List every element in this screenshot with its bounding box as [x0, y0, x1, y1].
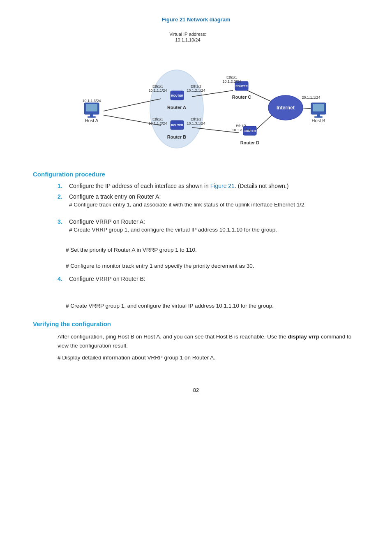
page-number: 82	[33, 387, 359, 393]
svg-text:20.1.1.1/24: 20.1.1.1/24	[302, 95, 320, 100]
svg-text:Virtual IP address:: Virtual IP address:	[169, 32, 206, 37]
svg-rect-30	[313, 104, 324, 111]
step-2: 2. Configure a track entry on Router A: …	[58, 193, 359, 208]
svg-rect-31	[317, 114, 320, 116]
svg-text:ROUTER: ROUTER	[171, 124, 183, 127]
verify-heading: Verifying the configuration	[33, 320, 359, 327]
step-2-num: 2.	[58, 193, 65, 200]
step-2-content: Configure a track entry on Router A: # C…	[69, 193, 359, 208]
svg-text:10.1.1.1/24: 10.1.1.1/24	[148, 88, 167, 93]
step-3-content: Configure VRRP on Router A: # Create VRR…	[69, 218, 359, 233]
config-procedure-heading: Configuration procedure	[33, 171, 359, 178]
svg-text:10.1.2.2/24: 10.1.2.2/24	[222, 79, 241, 83]
network-diagram: Virtual IP address: 10.1.1.10/24 ROUTER …	[56, 27, 336, 158]
step-2-main: Configure a track entry on Router A:	[69, 193, 161, 200]
svg-rect-26	[90, 114, 93, 116]
verify-section: Verifying the configuration After config…	[33, 320, 359, 362]
figure21-link[interactable]: Figure 21	[210, 183, 235, 189]
verify-para: After configuration, ping Host B on Host…	[58, 332, 359, 350]
verify-sub: # Display detailed information about VRR…	[58, 353, 359, 362]
step-3-sub: # Create VRRP group 1, and configure the…	[69, 227, 359, 233]
svg-text:10.1.1.3/24: 10.1.1.3/24	[82, 99, 101, 103]
svg-text:Eth1/2: Eth1/2	[191, 117, 201, 121]
svg-rect-32	[314, 116, 323, 118]
svg-text:Eth1/1: Eth1/1	[152, 84, 163, 88]
svg-text:Router B: Router B	[167, 134, 187, 139]
svg-line-7	[247, 90, 274, 103]
note-priority: # Set the priority of Router A in VRRP g…	[66, 247, 359, 253]
svg-text:Host A: Host A	[85, 118, 99, 123]
config-steps-2: 3. Configure VRRP on Router A: # Create …	[58, 218, 359, 233]
step-1-num: 1.	[58, 183, 65, 189]
svg-text:Eth1/1: Eth1/1	[152, 117, 163, 121]
step-1: 1. Configure the IP address of each inte…	[58, 183, 359, 189]
svg-text:Internet: Internet	[277, 105, 295, 111]
step-3-num: 3.	[58, 218, 65, 225]
svg-text:10.1.2.1/24: 10.1.2.1/24	[187, 88, 205, 93]
step-4-content: Configure VRRP on Router B:	[69, 276, 359, 282]
svg-text:Eth1/1: Eth1/1	[226, 75, 237, 79]
step-1-content: Configure the IP address of each interfa…	[69, 183, 359, 189]
svg-rect-25	[86, 104, 97, 111]
svg-text:Host B: Host B	[311, 118, 325, 123]
step-4-num: 4.	[58, 276, 65, 282]
svg-text:Router A: Router A	[167, 105, 186, 110]
figure-title: Figure 21 Network diagram	[33, 16, 359, 23]
note-routerb-vrrp: # Create VRRP group 1, and configure the…	[66, 303, 359, 309]
svg-text:10.1.3.2/24: 10.1.3.2/24	[232, 128, 250, 132]
svg-text:Router D: Router D	[240, 140, 260, 145]
config-steps: 1. Configure the IP address of each inte…	[58, 183, 359, 208]
step-3: 3. Configure VRRP on Router A: # Create …	[58, 218, 359, 233]
svg-text:ROUTER: ROUTER	[171, 94, 183, 97]
svg-text:Eth1/1: Eth1/1	[236, 124, 247, 128]
svg-rect-27	[88, 116, 96, 118]
svg-text:10.1.1.2/24: 10.1.1.2/24	[148, 121, 167, 125]
svg-text:ROUTER: ROUTER	[235, 85, 248, 88]
step-4-main: Configure VRRP on Router B:	[69, 276, 145, 282]
step-1-main: Configure the IP address of each interfa…	[69, 183, 288, 189]
step-4: 4. Configure VRRP on Router B:	[58, 276, 359, 282]
svg-text:Eth1/2: Eth1/2	[191, 84, 201, 88]
svg-text:10.1.3.1/24: 10.1.3.1/24	[187, 121, 205, 125]
config-steps-3: 4. Configure VRRP on Router B:	[58, 276, 359, 282]
svg-text:Router C: Router C	[232, 95, 251, 100]
step-3-main: Configure VRRP on Router A:	[69, 218, 145, 225]
svg-text:10.1.1.10/24: 10.1.1.10/24	[175, 37, 200, 42]
note-monitor: # Configure to monitor track entry 1 and…	[66, 263, 359, 269]
step-2-sub: # Configure track entry 1, and associate…	[69, 202, 359, 208]
